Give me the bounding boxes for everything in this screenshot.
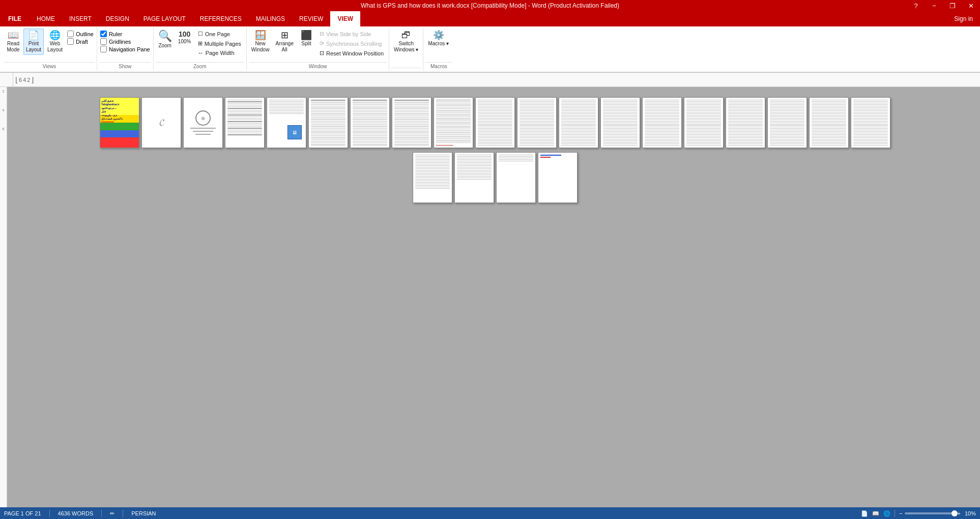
nav-pane-input[interactable] <box>100 46 107 52</box>
page-thumb-1[interactable]: تحقيق آنلاین Tahighonline.ir مرجع دانلوو… <box>100 97 139 148</box>
page-thumb-13[interactable] <box>600 97 640 148</box>
page-thumb-14[interactable] <box>642 97 682 148</box>
switch-windows-group-label <box>391 68 421 70</box>
page-thumb-9[interactable] <box>434 97 473 148</box>
view-mode-print[interactable]: 📄 <box>861 510 868 517</box>
print-layout-button[interactable]: 📄 PrintLayout <box>23 28 44 55</box>
page-thumb-21[interactable] <box>454 152 494 203</box>
minimize-button[interactable]: − <box>925 0 943 11</box>
zoom-minus[interactable]: − <box>899 510 902 516</box>
multiple-pages-icon: ⊞ <box>198 40 203 47</box>
draft-input[interactable] <box>67 38 74 45</box>
page-thumb-19[interactable] <box>851 97 890 148</box>
ruler-marks: ⌊ 6 4 2 ⌋ <box>15 76 34 84</box>
page-16-content <box>728 100 763 146</box>
page-22-content <box>499 155 533 200</box>
tab-insert[interactable]: INSERT <box>62 11 99 26</box>
sync-scrolling-icon: ⟳ <box>320 40 324 47</box>
tab-references[interactable]: REFERENCES <box>193 11 249 26</box>
show-content: Ruler Gridlines Navigation Pane <box>99 28 151 61</box>
page-thumb-15[interactable] <box>684 97 724 148</box>
zoom-100-button[interactable]: 100 100% <box>176 28 194 47</box>
switch-windows-button[interactable]: 🗗 SwitchWindows ▾ <box>391 28 421 55</box>
page-width-icon: ↔ <box>198 50 204 56</box>
print-layout-icon: 📄 <box>28 31 39 40</box>
new-window-button[interactable]: 🪟 NewWindow <box>249 28 272 55</box>
restore-button[interactable]: ❐ <box>943 0 962 11</box>
page-thumb-11[interactable] <box>517 97 557 148</box>
tab-page-layout[interactable]: PAGE LAYOUT <box>136 11 193 26</box>
tab-review[interactable]: REVIEW <box>292 11 330 26</box>
page-thumb-10[interactable] <box>475 97 515 148</box>
ribbon-content: 📖 ReadMode 📄 PrintLayout 🌐 WebLayout Out… <box>0 26 980 72</box>
zoom-plus[interactable]: + <box>958 510 961 516</box>
new-window-label: NewWindow <box>251 41 270 53</box>
web-layout-button[interactable]: 🌐 WebLayout <box>45 28 65 55</box>
multiple-pages-button[interactable]: ⊞ Multiple Pages <box>196 39 243 48</box>
status-sep-1 <box>49 510 50 517</box>
zoom-100-icon: 100 <box>179 31 190 38</box>
page-thumb-22[interactable] <box>496 152 536 203</box>
page-9-content <box>436 100 471 146</box>
zoom-level: 10% <box>965 510 976 516</box>
page-thumb-4[interactable] <box>225 97 265 148</box>
close-button[interactable]: ✕ <box>962 0 980 11</box>
outline-input[interactable] <box>67 31 74 37</box>
read-mode-button[interactable]: 📖 ReadMode <box>4 28 22 55</box>
zoom-button[interactable]: 🔍 Zoom <box>156 28 175 51</box>
page-thumb-12[interactable] <box>559 97 598 148</box>
status-right: 📄 📖 🌐 − + 10% <box>861 510 976 517</box>
ruler-checkbox[interactable]: Ruler <box>100 31 150 37</box>
page-thumb-16[interactable] <box>726 97 765 148</box>
ribbon-group-show: Ruler Gridlines Navigation Pane Show <box>97 27 154 71</box>
ruler-input[interactable] <box>100 31 107 37</box>
tab-file[interactable]: FILE <box>0 11 30 26</box>
page-thumb-2[interactable]: 𝓒 <box>141 97 181 148</box>
page-thumb-6[interactable] <box>308 97 348 148</box>
tab-mailings[interactable]: MAILINGS <box>249 11 292 26</box>
gridlines-input[interactable] <box>100 38 107 45</box>
arrange-all-icon: ⊞ <box>281 31 289 40</box>
nav-pane-checkbox[interactable]: Navigation Pane <box>100 46 150 52</box>
page-thumb-7[interactable] <box>350 97 390 148</box>
page-width-button[interactable]: ↔ Page Width <box>196 49 243 57</box>
page-5-image: 🖥 <box>287 125 302 139</box>
page-thumb-18[interactable] <box>809 97 849 148</box>
page-thumb-5[interactable]: 🖥 <box>267 97 306 148</box>
status-bar: PAGE 1 OF 21 4636 WORDS ✏ PERSIAN 📄 📖 🌐 … <box>0 507 980 519</box>
help-button[interactable]: ? <box>907 0 925 11</box>
multiple-pages-label: Multiple Pages <box>205 41 241 47</box>
view-side-by-side-button: ⊟ View Side by Side <box>318 30 386 38</box>
gridlines-checkbox[interactable]: Gridlines <box>100 38 150 45</box>
page-thumb-23[interactable] <box>538 152 578 203</box>
arrange-all-button[interactable]: ⊞ ArrangeAll <box>273 28 296 55</box>
page-19-content <box>853 100 888 146</box>
sign-in[interactable]: Sign in <box>947 15 980 22</box>
outline-checkbox[interactable]: Outline <box>67 31 94 37</box>
ribbon-group-zoom: 🔍 Zoom 100 100% ☐ One Page ⊞ Multiple Pa… <box>154 27 247 71</box>
ribbon-tabs: FILE HOME INSERT DESIGN PAGE LAYOUT REFE… <box>0 11 980 26</box>
one-page-button[interactable]: ☐ One Page <box>196 30 243 38</box>
view-mode-web[interactable]: 🌐 <box>883 510 890 517</box>
page-thumb-17[interactable] <box>767 97 807 148</box>
split-button[interactable]: ⬛ Split <box>297 28 315 49</box>
page-thumb-3[interactable]: ⊕ <box>183 97 223 148</box>
reset-window-button[interactable]: ⊡ Reset Window Position <box>318 49 386 57</box>
page-thumb-20[interactable] <box>413 152 452 203</box>
sync-scrolling-label: Synchronous Scrolling <box>326 41 382 47</box>
pages-container: تحقيق آنلاین Tahighonline.ir مرجع دانلوو… <box>100 97 890 203</box>
tab-view[interactable]: VIEW <box>330 11 360 26</box>
views-label: Views <box>4 62 95 70</box>
macros-button[interactable]: ⚙️ Macros ▾ <box>425 28 451 49</box>
draft-checkbox[interactable]: Draft <box>67 38 94 45</box>
page-12-content <box>561 100 596 146</box>
view-mode-read[interactable]: 📖 <box>872 510 879 517</box>
view-side-by-side-icon: ⊟ <box>320 31 324 37</box>
zoom-label-group: Zoom <box>156 62 244 70</box>
page-thumb-8[interactable] <box>392 97 431 148</box>
zoom-slider[interactable]: − + <box>899 510 961 516</box>
tab-home[interactable]: HOME <box>30 11 62 26</box>
macros-icon: ⚙️ <box>433 31 444 40</box>
language: PERSIAN <box>131 510 156 516</box>
tab-design[interactable]: DESIGN <box>99 11 136 26</box>
